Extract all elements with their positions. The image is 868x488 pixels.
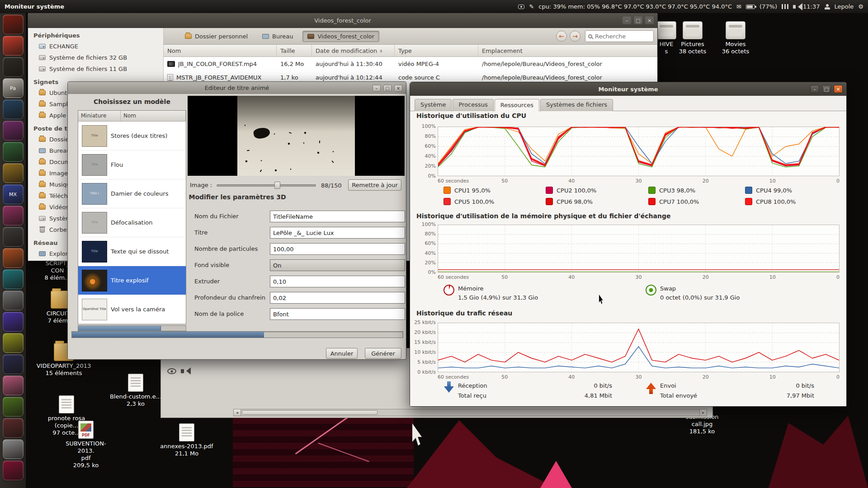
dock-item-11[interactable] [3,227,24,247]
maximize-button[interactable]: □ [383,84,392,91]
horizontal-scrollbar[interactable]: ◂ ▸ [233,409,707,416]
sidebar-item-echange[interactable]: ECHANGE [28,41,163,52]
dock-item-8[interactable] [3,163,24,183]
refresh-button[interactable]: Remettre à jour [348,179,401,191]
field-input-7[interactable] [270,308,405,320]
sidebar-item-syst-me-de-fichiers-11-gb[interactable]: Système de fichiers 11 GB [28,63,163,75]
current-folder-button[interactable]: Videos_forest_color [302,31,379,42]
desktop-icon-8[interactable]: Blend-custom.e...2,3 ko [108,374,163,408]
title-editor-titlebar[interactable]: Editeur de titre animé – □ × [68,82,406,94]
file-row[interactable]: JB_IN_COLOR_FOREST.mp416,2 Moaujourd'hui… [164,57,657,70]
column-header-3[interactable]: Date de modification∧ [312,45,395,56]
slider-thumb[interactable] [274,182,280,189]
speaker-icon[interactable] [181,369,184,373]
tab-processus[interactable]: Processus [453,99,493,111]
dock-item-16[interactable] [3,333,24,353]
edit-indicator-icon[interactable]: ✎ [529,3,534,10]
trash-icon [40,227,45,233]
dock-item-10[interactable] [3,206,24,225]
dock-item-9[interactable]: MX [3,184,24,204]
mail-icon[interactable]: ✉ [736,3,741,10]
back-button[interactable]: ← [556,31,567,42]
column-miniature[interactable]: Miniature [78,111,121,121]
sidebar-item-syst-me-de-fichiers-32-gb[interactable]: Système de fichiers 32 GB [28,52,163,63]
close-button[interactable]: × [645,17,654,24]
dock-item-4[interactable]: Pa [3,78,24,98]
field-input-6[interactable] [270,292,405,304]
minimize-button[interactable]: – [810,85,819,93]
field-input-5[interactable] [270,276,405,287]
column-nom[interactable]: Nom [121,111,186,121]
desktop-button[interactable]: Bureau [257,31,298,42]
home-button[interactable]: Dossier personnel [180,31,253,42]
field-input-1[interactable] [270,211,405,222]
forward-button[interactable]: → [570,31,580,42]
minimize-button[interactable]: – [623,17,631,24]
y-axis-label: 25 kbit/s [410,319,436,325]
system-monitor-window: Moniteur système – □ × SystèmeProcessusR… [410,82,847,407]
desktop-icon-label: Movies36 octets [722,41,750,55]
receive-total: 4,81 Mbit [546,392,612,399]
dock-item-22[interactable] [3,460,24,480]
dock-item-13[interactable] [3,269,24,289]
dock-item-14[interactable] [3,291,24,310]
scroll-right-button[interactable]: ▸ [699,409,707,416]
dock-item-20[interactable] [3,418,24,438]
column-header-4[interactable]: Type [395,45,478,56]
scrollbar-thumb[interactable] [78,326,161,331]
dock-item-3[interactable] [3,57,24,77]
maximize-button[interactable]: □ [822,85,831,93]
column-header-5[interactable]: Emplacement [478,45,657,56]
close-button[interactable]: × [394,84,402,91]
field-input-2[interactable] [270,227,405,239]
eye-icon[interactable] [167,368,176,374]
dock-item-2[interactable] [3,36,24,56]
close-button[interactable]: × [834,85,843,93]
tab-ressources[interactable]: Ressources [495,99,539,111]
dock-item-7[interactable] [3,142,24,162]
generate-button[interactable]: Générer [365,348,401,359]
desktop-icon-10[interactable]: SUBVENTION-2013.pdf209,5 ko [59,421,113,469]
system-monitor-titlebar[interactable]: Moniteur système – □ × [410,82,846,96]
file-manager-titlebar[interactable]: Videos_forest_color – □ × [28,13,657,28]
system-status-text[interactable]: cpu: 39% mem: 05% 96.8°C 97.0°C 93.0°C 9… [538,3,732,10]
desktop-icon-3[interactable]: Movies36 octets [708,21,763,55]
search-box[interactable] [585,30,654,42]
scrollbar-track[interactable] [241,409,699,416]
network-signal-icon[interactable] [782,4,788,9]
dock-item-21[interactable] [3,439,24,459]
frame-slider[interactable] [217,181,316,190]
dock-item-5[interactable] [3,99,24,119]
user-menu[interactable]: Lepole [835,3,854,10]
dock-item-6[interactable] [3,121,24,141]
clock[interactable]: 11:37 [803,3,820,10]
battery-percent[interactable]: (77%) [760,3,777,10]
minimize-button[interactable]: – [373,84,381,91]
cancel-button[interactable]: Annuler [326,348,358,359]
search-input[interactable] [595,33,651,40]
column-header-1[interactable]: Nom [164,45,277,56]
camera-indicator-icon[interactable] [518,5,524,9]
maximize-button[interactable]: □ [634,17,642,24]
scrollbar-thumb[interactable] [242,410,377,415]
box-icon [726,21,745,39]
desktop-icon-11[interactable]: annexes-2013.pdf21,1 Mo [160,423,214,457]
tab-syst-me[interactable]: Système [415,99,452,111]
dock-item-12[interactable] [3,248,24,268]
battery-icon[interactable] [746,5,755,9]
template-list-scrollbar[interactable] [78,325,186,331]
template-row-1[interactable]: TitleStores (deux titres) [78,122,186,150]
session-gear-icon[interactable]: ⚙ [858,3,863,10]
volume-icon[interactable] [793,5,796,9]
tab-syst-mes-de-fichiers[interactable]: Systèmes de fichiers [540,99,613,111]
scroll-left-button[interactable]: ◂ [234,409,241,416]
field-input-3[interactable] [270,243,405,255]
dock-item-19[interactable] [3,397,24,417]
dock-item-17[interactable] [3,354,24,374]
column-header-2[interactable]: Taille [277,45,312,56]
template-row-2[interactable]: TitleFlou [78,150,186,179]
dock-item-1[interactable] [3,14,24,34]
dock-item-15[interactable] [3,312,24,332]
dock-item-18[interactable] [3,375,24,395]
field-input-4[interactable] [270,259,405,271]
